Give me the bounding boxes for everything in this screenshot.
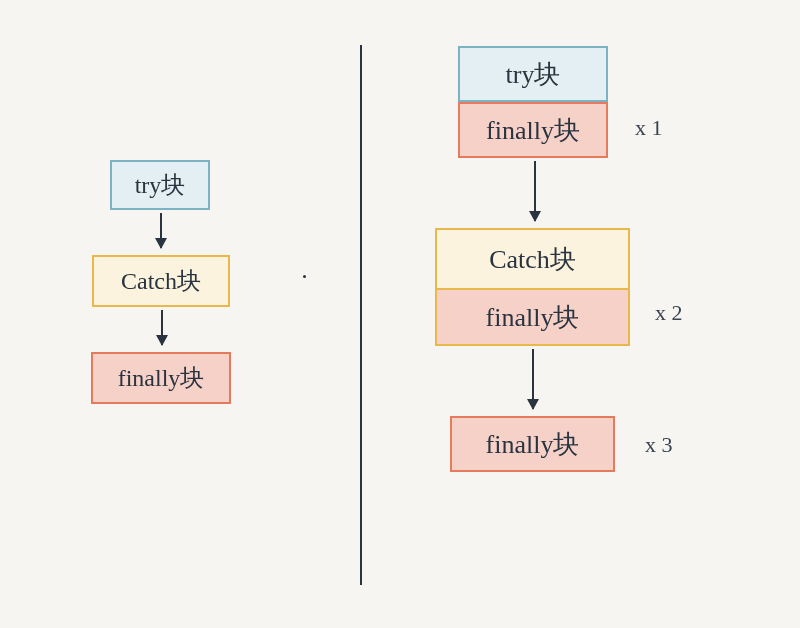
catch-label: Catch块 <box>121 265 201 297</box>
catch-label: Catch块 <box>489 242 576 277</box>
try-label: try块 <box>135 169 186 201</box>
try-block: try块 <box>110 160 210 210</box>
arrow <box>160 213 162 248</box>
left-diagram: try块 Catch块 finally块 <box>0 0 360 628</box>
try-block: try块 <box>458 46 608 102</box>
finally-block-1: finally块 <box>458 102 608 158</box>
catch-group: Catch块 finally块 <box>435 228 630 346</box>
arrow <box>534 161 536 221</box>
finally-label: finally块 <box>118 362 205 394</box>
dot-mark <box>303 275 306 278</box>
annotation-x2: x 2 <box>655 300 683 326</box>
annotation-x1: x 1 <box>635 115 663 141</box>
annotation-x3: x 3 <box>645 432 673 458</box>
try-label: try块 <box>506 57 561 92</box>
catch-block: Catch块 <box>437 230 628 288</box>
finally-label: finally块 <box>486 113 580 148</box>
finally-label: finally块 <box>486 427 580 462</box>
finally-label: finally块 <box>486 300 580 335</box>
arrow <box>532 349 534 409</box>
finally-block-2: finally块 <box>437 288 628 344</box>
catch-block: Catch块 <box>92 255 230 307</box>
right-diagram: try块 finally块 x 1 Catch块 finally块 x 2 fi… <box>360 0 800 628</box>
finally-block: finally块 <box>91 352 231 404</box>
finally-block-3: finally块 <box>450 416 615 472</box>
arrow <box>161 310 163 345</box>
